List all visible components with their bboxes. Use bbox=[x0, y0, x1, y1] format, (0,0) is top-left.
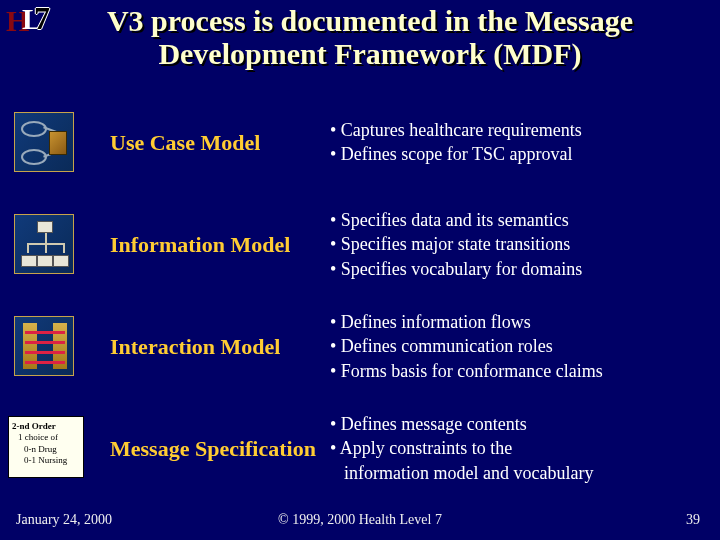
slide: H L 7 V3 process is documented in the Me… bbox=[0, 0, 720, 540]
bullet-list: Defines message contents Apply constrain… bbox=[330, 412, 714, 485]
spec-line: 0-1 Nursing bbox=[12, 455, 80, 466]
content-rows: Use Case Model Captures healthcare requi… bbox=[0, 100, 720, 508]
spec-line: 1 choice of bbox=[12, 432, 80, 443]
interaction-model-icon bbox=[14, 316, 74, 376]
bullet-list: Defines information flows Defines commun… bbox=[330, 310, 714, 383]
bullet: Defines message contents bbox=[330, 412, 714, 436]
spec-line: 0-n Drug bbox=[12, 444, 80, 455]
bullet: Captures healthcare requirements bbox=[330, 118, 714, 142]
row-interaction-model: Interaction Model Defines information fl… bbox=[0, 304, 720, 404]
bullet: Defines communication roles bbox=[330, 334, 714, 358]
bullet-list: Captures healthcare requirements Defines… bbox=[330, 118, 714, 167]
bullet: Specifies major state transitions bbox=[330, 232, 714, 256]
row-information-model: Information Model Specifies data and its… bbox=[0, 202, 720, 302]
row-use-case: Use Case Model Captures healthcare requi… bbox=[0, 100, 720, 200]
spec-line: 2-nd Order bbox=[12, 421, 80, 432]
bullet-continuation: information model and vocabulary bbox=[330, 461, 714, 485]
bullet: Defines information flows bbox=[330, 310, 714, 334]
row-label: Use Case Model bbox=[110, 130, 320, 156]
bullet: Specifies vocabulary for domains bbox=[330, 257, 714, 281]
footer-page-number: 39 bbox=[686, 512, 700, 528]
message-spec-icon: 2-nd Order 1 choice of 0-n Drug 0-1 Nurs… bbox=[8, 416, 84, 478]
row-label: Interaction Model bbox=[110, 334, 320, 360]
slide-footer: January 24, 2000 © 1999, 2000 Health Lev… bbox=[0, 512, 720, 532]
row-label: Information Model bbox=[110, 232, 320, 258]
footer-copyright: © 1999, 2000 Health Level 7 bbox=[0, 512, 720, 528]
use-case-icon bbox=[14, 112, 74, 172]
information-model-icon bbox=[14, 214, 74, 274]
bullet: Forms basis for conformance claims bbox=[330, 359, 714, 383]
bullet-list: Specifies data and its semantics Specifi… bbox=[330, 208, 714, 281]
slide-title: V3 process is documented in the Message … bbox=[30, 4, 710, 70]
bullet: Specifies data and its semantics bbox=[330, 208, 714, 232]
bullet: Defines scope for TSC approval bbox=[330, 142, 714, 166]
row-message-specification: 2-nd Order 1 choice of 0-n Drug 0-1 Nurs… bbox=[0, 406, 720, 506]
bullet: Apply constraints to the bbox=[330, 436, 714, 460]
row-label: Message Specification bbox=[110, 436, 320, 462]
